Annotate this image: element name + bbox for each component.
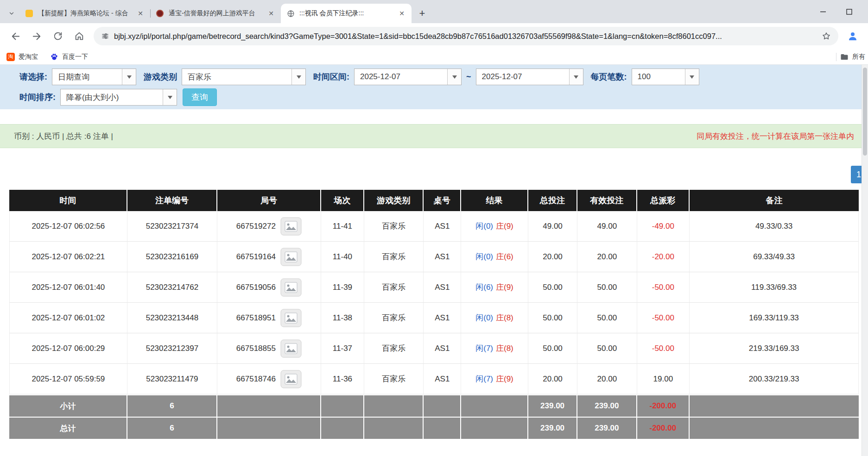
close-tab-icon[interactable]: ✕ [267, 9, 275, 18]
close-window-button[interactable] [862, 0, 868, 23]
game-type-dropdown[interactable]: 百家乐 [182, 69, 306, 85]
page-content: 请选择: 日期查询 游戏类别 百家乐 时间区间: 2025-12-07 ~ 20 [0, 65, 868, 456]
bookmark-baidu[interactable]: 百度一下 [50, 53, 88, 61]
sum-valid-bet: 239.00 [577, 417, 637, 439]
total-bet-link[interactable]: 50.00 [528, 333, 577, 364]
bet-table-footer: 小计6239.00239.00-200.00总计6239.00239.00-20… [9, 394, 859, 439]
total-bet-link[interactable]: 20.00 [528, 242, 577, 272]
round-cell: 667519056 [217, 272, 321, 303]
banker-result: 庄(9) [496, 222, 513, 231]
close-tab-icon[interactable]: ✕ [398, 9, 406, 18]
filter-row-1: 请选择: 日期查询 游戏类别 百家乐 时间区间: 2025-12-07 ~ 20 [0, 67, 868, 87]
sort-dropdown[interactable]: 降幂(由大到小) [60, 89, 177, 106]
minimize-button[interactable] [810, 0, 836, 23]
column-header: 游戏类别 [364, 190, 424, 211]
back-button[interactable] [6, 26, 25, 46]
round-number-wrap: 667518746 [236, 370, 302, 388]
result-cell: 闲(6)庄(9) [461, 272, 528, 303]
round-number: 667519272 [236, 222, 276, 231]
site-info-icon[interactable] [101, 32, 109, 40]
total-bet-link[interactable]: 49.00 [528, 211, 577, 242]
tab-title: :::视讯 会员下注纪录::: [299, 9, 393, 18]
reload-button[interactable] [48, 26, 68, 46]
player-result: 闲(0) [475, 222, 493, 231]
round-number: 667518746 [236, 375, 276, 384]
round-image-icon[interactable] [280, 217, 302, 236]
date-from-dropdown[interactable]: 2025-12-07 [354, 69, 462, 85]
bookmark-label: 百度一下 [62, 53, 88, 61]
chevron-down-icon[interactable] [163, 89, 177, 105]
select-label: 请选择: [19, 71, 47, 82]
bet-id-cell: 523023216169 [127, 242, 217, 272]
bookmark-aitaobao[interactable]: 淘 爱淘宝 [6, 53, 38, 61]
tab-strip: 【新提醒】海燕策略论坛 - 综合 ✕ 通宝-信誉最好的网上游戏平台 ✕ :::视… [0, 0, 868, 23]
round-cell: 667518855 [217, 333, 321, 364]
banker-result: 庄(8) [496, 313, 513, 322]
maximize-button[interactable] [836, 0, 862, 23]
column-header: 总派彩 [637, 190, 690, 211]
bet-id-cell: 523023214762 [127, 272, 217, 303]
url-text[interactable]: bjbj.xyz/ipl/portal.php/game/betrecord_s… [114, 32, 817, 41]
tab-search-button[interactable] [4, 4, 19, 23]
filter-panel: 请选择: 日期查询 游戏类别 百家乐 时间区间: 2025-12-07 ~ 20 [0, 65, 868, 109]
chevron-down-icon[interactable] [569, 69, 583, 85]
total-bet-link[interactable]: 50.00 [528, 272, 577, 303]
page-size-dropdown[interactable]: 100 [632, 69, 699, 85]
valid-bet-cell: 20.00 [577, 242, 637, 272]
query-type-dropdown[interactable]: 日期查询 [52, 69, 136, 85]
window-controls [810, 0, 868, 23]
bet-id-cell: 523023212397 [127, 333, 217, 364]
browser-tab-tongbao[interactable]: 通宝-信誉最好的网上游戏平台 ✕ [150, 4, 281, 23]
chevron-down-icon[interactable] [447, 69, 461, 85]
banker-result: 庄(9) [496, 375, 513, 383]
all-bookmarks-button[interactable]: 所有 [836, 53, 865, 61]
tab-title: 【新提醒】海燕策略论坛 - 综合 [38, 9, 132, 18]
round-image-icon[interactable] [280, 278, 302, 297]
total-row: 总计6239.00239.00-200.00 [9, 417, 859, 439]
vertical-scrollbar[interactable] [862, 65, 868, 456]
valid-bet-cell: 20.00 [577, 364, 637, 394]
round-image-icon[interactable] [280, 248, 302, 266]
round-cell: 667519164 [217, 242, 321, 272]
session-cell: 11-41 [321, 211, 364, 242]
player-result: 闲(7) [475, 344, 493, 353]
table-row: 2025-12-07 05:59:59523023211479667518746… [9, 364, 859, 394]
sum-empty [461, 417, 528, 439]
sum-total-bet: 239.00 [528, 417, 577, 439]
valid-bet-cell: 50.00 [577, 333, 637, 364]
browser-tab-forum[interactable]: 【新提醒】海燕策略论坛 - 综合 ✕ [19, 4, 150, 23]
round-image-icon[interactable] [280, 370, 302, 388]
sum-empty [461, 394, 528, 417]
round-cell: 667518951 [217, 303, 321, 333]
globe-icon [286, 9, 295, 18]
scrollbar-thumb[interactable] [863, 68, 867, 156]
valid-bet-cell: 50.00 [577, 272, 637, 303]
column-header: 场次 [321, 190, 364, 211]
bet-time-cell: 2025-12-07 06:02:21 [9, 242, 127, 272]
bookmark-star-icon[interactable] [822, 31, 831, 41]
close-tab-icon[interactable]: ✕ [136, 9, 145, 18]
sum-count: 6 [127, 394, 217, 417]
date-from-value: 2025-12-07 [355, 69, 447, 85]
home-button[interactable] [70, 26, 89, 46]
session-cell: 11-37 [321, 333, 364, 364]
new-tab-button[interactable]: + [415, 6, 429, 20]
browser-window: 【新提醒】海燕策略论坛 - 综合 ✕ 通宝-信誉最好的网上游戏平台 ✕ :::视… [0, 0, 868, 456]
chevron-down-icon[interactable] [291, 69, 305, 85]
profile-avatar-icon[interactable] [843, 26, 862, 46]
address-bar[interactable]: bjbj.xyz/ipl/portal.php/game/betrecord_s… [94, 27, 838, 45]
chevron-down-icon[interactable] [685, 69, 699, 85]
total-bet-link[interactable]: 20.00 [528, 364, 577, 394]
date-to-dropdown[interactable]: 2025-12-07 [476, 69, 583, 85]
chevron-down-icon[interactable] [122, 69, 136, 85]
note-cell: 119.33/69.33 [690, 272, 859, 303]
forward-button[interactable] [27, 26, 46, 46]
total-bet-link[interactable]: 50.00 [528, 303, 577, 333]
summary-text: 币别 : 人民币 | 总共 :6 注单 | [14, 131, 113, 142]
round-image-icon[interactable] [280, 309, 302, 327]
search-button[interactable]: 查询 [183, 88, 217, 106]
round-cell: 667518746 [217, 364, 321, 394]
round-image-icon[interactable] [280, 339, 302, 358]
bet-time-cell: 2025-12-07 06:02:56 [9, 211, 127, 242]
browser-tab-bet-records[interactable]: :::视讯 会员下注纪录::: ✕ [281, 4, 412, 23]
